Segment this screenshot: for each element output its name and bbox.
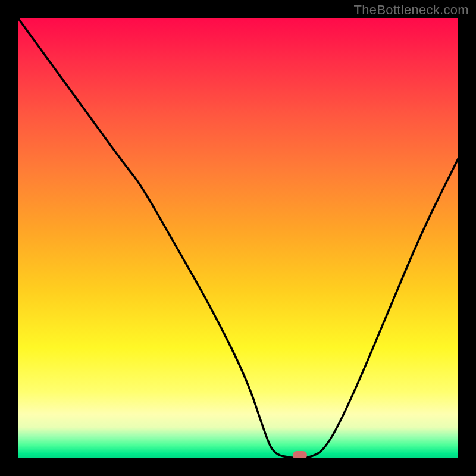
chart-frame: TheBottleneck.com — [0, 0, 476, 476]
optimal-marker — [293, 451, 307, 458]
plot-area — [18, 18, 458, 458]
bottleneck-curve — [18, 18, 458, 458]
watermark-text: TheBottleneck.com — [354, 2, 469, 18]
